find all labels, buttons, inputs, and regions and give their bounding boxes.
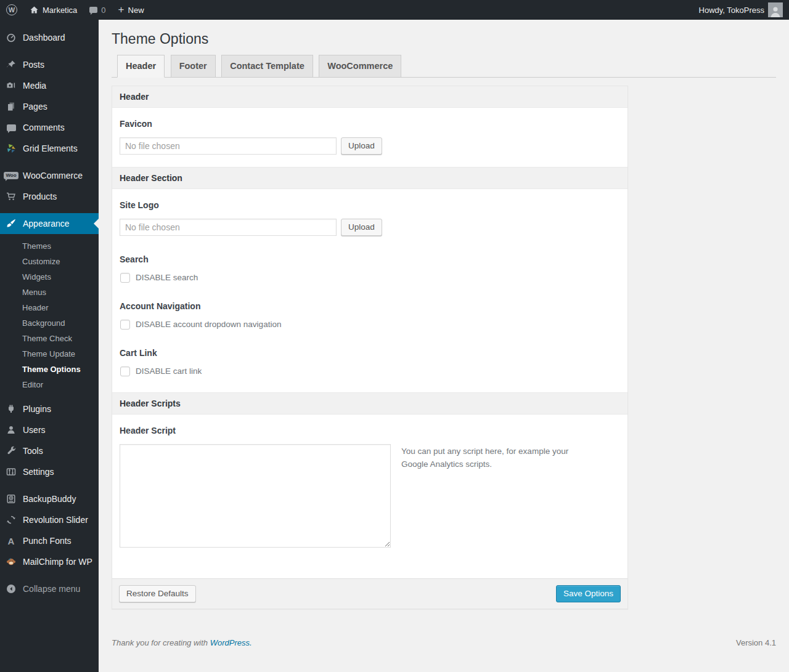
grid-elements-icon — [5, 144, 17, 153]
avatar — [768, 2, 783, 17]
admin-bar-left: W Marketica 0 + New — [0, 0, 150, 20]
disable-search-label: DISABLE search — [136, 273, 198, 282]
pages-icon — [5, 102, 17, 111]
dashboard-gauge-icon — [5, 33, 17, 43]
sidebar-item-appearance[interactable]: Appearance — [0, 213, 99, 234]
submenu-item-widgets[interactable]: Widgets — [0, 269, 99, 285]
footer-version: Version 4.1 — [736, 638, 776, 647]
sidebar-item-mailchimp[interactable]: MailChimp for WP — [0, 551, 99, 572]
admin-sidebar: Dashboard Posts Media Pages Comments — [0, 20, 99, 672]
appearance-submenu-wrap: Themes Customize Widgets Menus Header Ba… — [0, 234, 99, 399]
letter-a-icon: A — [5, 536, 17, 546]
sidebar-item-punch-fonts[interactable]: A Punch Fonts — [0, 530, 99, 551]
adminbar-comments-link[interactable]: 0 — [83, 0, 112, 20]
disable-cart-link-checkbox[interactable] — [120, 366, 130, 376]
home-icon — [30, 6, 39, 15]
sidebar-item-label: Grid Elements — [23, 144, 78, 153]
site-logo-label: Site Logo — [120, 200, 620, 210]
mailchimp-monkey-icon — [5, 557, 17, 567]
submenu-item-themes[interactable]: Themes — [0, 238, 99, 254]
tab-footer[interactable]: Footer — [171, 55, 216, 78]
section-body-header-scripts: Header Script You can put any script her… — [112, 415, 628, 578]
sidebar-item-media[interactable]: Media — [0, 75, 99, 96]
section-heading-header-scripts: Header Scripts — [112, 392, 628, 415]
sidebar-item-label: BackupBuddy — [23, 494, 76, 504]
panel-footer: Restore Defaults Save Options — [112, 578, 628, 609]
plug-icon — [5, 404, 17, 414]
howdy-text: Howdy, TokoPress — [699, 6, 764, 15]
main-content: Theme Options Header Footer Contact Temp… — [99, 20, 789, 672]
tab-woocommerce[interactable]: WooCommerce — [319, 55, 401, 78]
submenu-item-theme-update[interactable]: Theme Update — [0, 346, 99, 362]
header-script-row: You can put any script here, for example… — [120, 444, 620, 548]
favicon-upload-row: Upload — [120, 137, 620, 155]
section-heading-header: Header — [112, 86, 628, 108]
tab-contact-template[interactable]: Contact Template — [221, 55, 313, 78]
sidebar-item-label: Posts — [23, 60, 44, 70]
sidebar-item-woocommerce[interactable]: Woo WooCommerce — [0, 165, 99, 186]
site-logo-upload-button[interactable]: Upload — [341, 219, 382, 236]
favicon-upload-button[interactable]: Upload — [341, 137, 382, 155]
disable-cart-link-label: DISABLE cart link — [136, 366, 202, 376]
disable-search-checkbox[interactable] — [120, 273, 130, 283]
submenu-item-menus[interactable]: Menus — [0, 285, 99, 300]
submenu-item-header[interactable]: Header — [0, 300, 99, 315]
header-script-label: Header Script — [120, 426, 620, 435]
search-label: Search — [120, 254, 620, 264]
header-script-textarea[interactable] — [120, 444, 391, 548]
wordpress-logo-icon: W — [6, 4, 17, 15]
appearance-submenu: Themes Customize Widgets Menus Header Ba… — [0, 234, 99, 399]
backup-drive-icon — [5, 494, 17, 504]
tab-bar: Header Footer Contact Template WooCommer… — [112, 55, 776, 78]
admin-bar: W Marketica 0 + New Howdy, TokoPress — [0, 0, 789, 20]
adminbar-account-link[interactable]: Howdy, TokoPress — [693, 0, 789, 20]
sidebar-item-label: WooCommerce — [23, 171, 83, 180]
sidebar-item-label: Users — [23, 425, 46, 435]
sync-arrows-icon — [5, 515, 17, 525]
sidebar-item-label: Appearance — [23, 219, 70, 229]
admin-bar-right: Howdy, TokoPress — [693, 0, 789, 20]
comment-bubble-icon — [89, 7, 97, 13]
sidebar-item-tools[interactable]: Tools — [0, 440, 99, 461]
sidebar-item-grid-elements[interactable]: Grid Elements — [0, 138, 99, 159]
new-label: New — [128, 6, 144, 15]
sidebar-item-backupbuddy[interactable]: BackupBuddy — [0, 488, 99, 509]
plus-icon: + — [118, 4, 125, 15]
section-body-header-section: Site Logo Upload Search DISABLE search A… — [112, 189, 628, 392]
sidebar-item-settings[interactable]: Settings — [0, 461, 99, 482]
footer-thanks: Thank you for creating with WordPress. — [112, 638, 252, 647]
submenu-item-theme-check[interactable]: Theme Check — [0, 331, 99, 346]
sidebar-item-users[interactable]: Users — [0, 419, 99, 440]
sidebar-item-pages[interactable]: Pages — [0, 96, 99, 117]
collapse-menu-button[interactable]: Collapse menu — [0, 578, 99, 599]
site-logo-file-input[interactable] — [120, 219, 337, 236]
sidebar-item-revolution-slider[interactable]: Revolution Slider — [0, 509, 99, 530]
section-heading-header-section: Header Section — [112, 167, 628, 189]
wordpress-logo-menu[interactable]: W — [0, 0, 23, 20]
settings-sliders-icon — [5, 467, 17, 477]
favicon-file-input[interactable] — [120, 137, 337, 155]
save-options-button[interactable]: Save Options — [556, 585, 621, 602]
disable-account-nav-checkbox[interactable] — [120, 320, 130, 330]
sidebar-item-plugins[interactable]: Plugins — [0, 399, 99, 419]
adminbar-new-link[interactable]: + New — [112, 0, 150, 20]
tab-header[interactable]: Header — [117, 55, 165, 78]
sidebar-item-label: Dashboard — [23, 33, 65, 43]
submenu-item-background[interactable]: Background — [0, 315, 99, 331]
sidebar-item-products[interactable]: Products — [0, 186, 99, 207]
header-script-note: You can put any script here, for example… — [401, 445, 594, 471]
submenu-item-editor[interactable]: Editor — [0, 377, 99, 392]
submenu-item-theme-options[interactable]: Theme Options — [0, 362, 99, 377]
sidebar-item-label: Pages — [23, 102, 47, 111]
account-navigation-label: Account Navigation — [120, 301, 620, 311]
sidebar-item-posts[interactable]: Posts — [0, 54, 99, 75]
restore-defaults-button[interactable]: Restore Defaults — [119, 585, 196, 602]
disable-search-row: DISABLE search — [120, 273, 620, 283]
favicon-label: Favicon — [120, 119, 620, 129]
sidebar-item-dashboard[interactable]: Dashboard — [0, 27, 99, 48]
paintbrush-icon — [5, 219, 17, 229]
adminbar-site-link[interactable]: Marketica — [23, 0, 83, 20]
sidebar-item-comments[interactable]: Comments — [0, 117, 99, 138]
submenu-item-customize[interactable]: Customize — [0, 254, 99, 269]
wordpress-link[interactable]: WordPress. — [210, 638, 252, 647]
